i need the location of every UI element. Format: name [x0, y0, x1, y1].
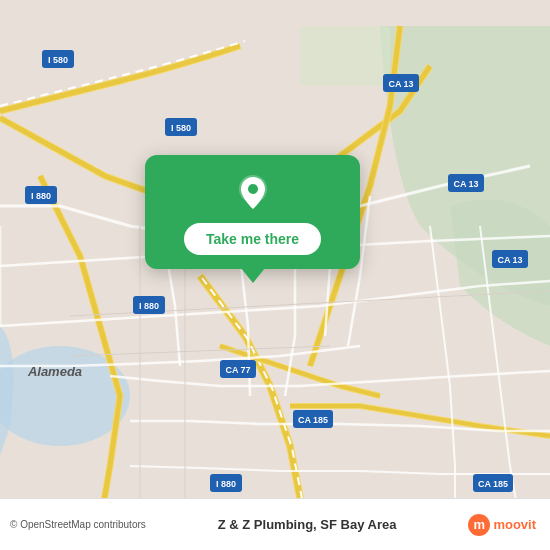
svg-rect-2: [300, 26, 390, 86]
location-name: Z & Z Plumbing, SF Bay Area: [154, 517, 461, 532]
location-pin-icon: [231, 171, 275, 215]
map-container: I 580 I 580 I 880 I 880 I 880 CA 13 CA 1…: [0, 0, 550, 550]
svg-text:I 880: I 880: [139, 301, 159, 311]
take-me-there-button[interactable]: Take me there: [184, 223, 321, 255]
svg-text:CA 185: CA 185: [298, 415, 328, 425]
svg-text:Alameda: Alameda: [27, 364, 82, 379]
moovit-logo: m moovit: [468, 514, 536, 536]
copyright-text: © OpenStreetMap contributors: [10, 519, 146, 530]
moovit-m-icon: m: [468, 514, 490, 536]
popup-tail: [241, 268, 265, 283]
svg-text:I 880: I 880: [31, 191, 51, 201]
svg-text:I 580: I 580: [48, 55, 68, 65]
svg-text:CA 13: CA 13: [388, 79, 413, 89]
svg-text:CA 13: CA 13: [453, 179, 478, 189]
svg-text:CA 13: CA 13: [497, 255, 522, 265]
bottom-bar: © OpenStreetMap contributors Z & Z Plumb…: [0, 498, 550, 550]
moovit-text: moovit: [493, 517, 536, 532]
svg-point-27: [248, 184, 258, 194]
map-background: I 580 I 580 I 880 I 880 I 880 CA 13 CA 1…: [0, 0, 550, 550]
svg-text:I 880: I 880: [216, 479, 236, 489]
svg-text:I 580: I 580: [171, 123, 191, 133]
popup-card: Take me there: [145, 155, 360, 269]
svg-text:CA 77: CA 77: [225, 365, 250, 375]
svg-text:CA 185: CA 185: [478, 479, 508, 489]
